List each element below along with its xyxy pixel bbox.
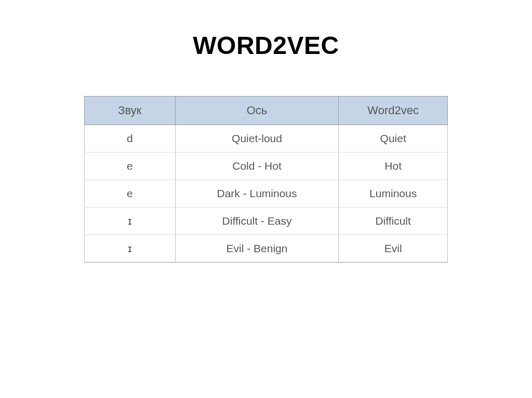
cell-axis: Difficult - Easy (175, 208, 339, 235)
cell-word2vec: Quiet (339, 125, 448, 153)
cell-axis: Cold - Hot (175, 153, 339, 180)
table-row: e Cold - Hot Hot (85, 153, 448, 180)
table-row: d Quiet-loud Quiet (85, 125, 448, 153)
table-row: e Dark - Luminous Luminous (85, 180, 448, 208)
cell-sound: e (85, 180, 176, 208)
cell-word2vec: Hot (339, 153, 448, 180)
table-row: ɪ Evil - Benign Evil (85, 235, 448, 263)
cell-word2vec: Evil (339, 235, 448, 263)
cell-axis: Dark - Luminous (175, 180, 339, 208)
cell-word2vec: Difficult (339, 208, 448, 235)
page-title: WORD2VEC (193, 31, 339, 60)
cell-sound: ɪ (85, 208, 176, 235)
cell-sound: e (85, 153, 176, 180)
col-header-sound: Звук (85, 97, 176, 125)
cell-sound: d (85, 125, 176, 153)
table-header-row: Звук Ось Word2vec (85, 97, 448, 125)
col-header-word2vec: Word2vec (339, 97, 448, 125)
cell-axis: Evil - Benign (175, 235, 339, 263)
table-container: Звук Ось Word2vec d Quiet-loud Quiet e C… (84, 96, 448, 263)
cell-sound: ɪ (85, 235, 176, 263)
cell-axis: Quiet-loud (175, 125, 339, 153)
cell-word2vec: Luminous (339, 180, 448, 208)
data-table: Звук Ось Word2vec d Quiet-loud Quiet e C… (84, 96, 448, 263)
table-row: ɪ Difficult - Easy Difficult (85, 208, 448, 235)
col-header-axis: Ось (175, 97, 339, 125)
